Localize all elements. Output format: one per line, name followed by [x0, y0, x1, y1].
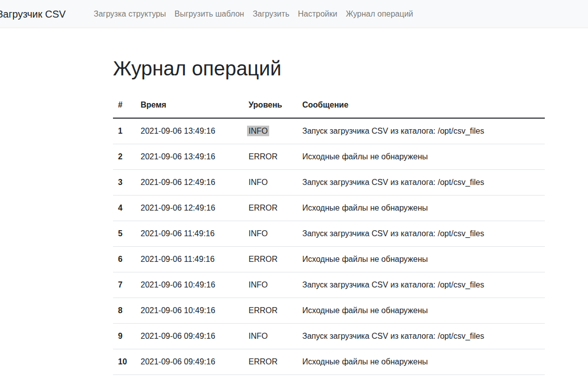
cell-message: Запуск загрузчика CSV из каталога: /opt/… — [297, 170, 545, 196]
cell-level: INFO — [244, 118, 297, 144]
cell-time: 2021-09-06 10:49:16 — [136, 272, 244, 298]
nav-item-structure-load[interactable]: Загрузка структуры — [89, 6, 170, 23]
table-row: 9 2021-09-06 09:49:16 INFO Запуск загруз… — [113, 324, 545, 349]
row-number: 5 — [113, 221, 136, 247]
nav-item-export-template[interactable]: Выгрузить шаблон — [170, 6, 249, 23]
row-number: 7 — [113, 272, 136, 298]
level-text: ERROR — [249, 357, 278, 366]
table-row: 10 2021-09-06 09:49:16 ERROR Исходные фа… — [113, 349, 545, 375]
row-number: 6 — [113, 247, 136, 272]
row-number: 1 — [113, 118, 136, 144]
cell-message: Запуск загрузчика CSV из каталога: /opt/… — [297, 272, 545, 298]
row-number: 10 — [113, 349, 136, 375]
cell-message: Запуск загрузчика CSV из каталога: /opt/… — [297, 324, 545, 349]
log-table: # Время Уровень Сообщение 1 2021-09-06 1… — [113, 92, 545, 375]
cell-time: 2021-09-06 09:49:16 — [136, 324, 244, 349]
page-title: Журнал операций — [113, 56, 545, 80]
cell-time: 2021-09-06 13:49:16 — [136, 144, 244, 170]
level-text: INFO — [249, 229, 268, 238]
cell-time: 2021-09-06 11:49:16 — [136, 221, 244, 247]
row-number: 3 — [113, 170, 136, 196]
table-row: 2 2021-09-06 13:49:16 ERROR Исходные фай… — [113, 144, 545, 170]
cell-level: INFO — [244, 324, 297, 349]
row-number: 4 — [113, 196, 136, 221]
cell-time: 2021-09-06 12:49:16 — [136, 170, 244, 196]
nav-item-settings[interactable]: Настройки — [294, 6, 341, 23]
navbar-brand[interactable]: Загрузчик CSV — [0, 0, 66, 28]
column-header-number: # — [113, 92, 136, 118]
cell-level: INFO — [244, 272, 297, 298]
cell-level: INFO — [244, 170, 297, 196]
column-header-level: Уровень — [244, 92, 297, 118]
table-row: 1 2021-09-06 13:49:16 INFO Запуск загруз… — [113, 118, 545, 144]
cell-message: Исходные файлы не обнаружены — [297, 196, 545, 221]
level-text: INFO — [247, 126, 269, 136]
main-content: Журнал операций # Время Уровень Сообщени… — [113, 56, 545, 375]
column-header-time: Время — [136, 92, 244, 118]
cell-level: ERROR — [244, 196, 297, 221]
navbar-menu: Загрузка структуры Выгрузить шаблон Загр… — [89, 0, 417, 28]
cell-level: ERROR — [244, 144, 297, 170]
cell-level: INFO — [244, 221, 297, 247]
cell-time: 2021-09-06 09:49:16 — [136, 349, 244, 375]
table-row: 7 2021-09-06 10:49:16 INFO Запуск загруз… — [113, 272, 545, 298]
cell-message: Исходные файлы не обнаружены — [297, 144, 545, 170]
level-text: INFO — [249, 280, 268, 289]
table-row: 3 2021-09-06 12:49:16 INFO Запуск загруз… — [113, 170, 545, 196]
cell-level: ERROR — [244, 349, 297, 375]
nav-item-operations-log[interactable]: Журнал операций — [341, 6, 417, 23]
cell-time: 2021-09-06 10:49:16 — [136, 298, 244, 324]
cell-message: Исходные файлы не обнаружены — [297, 247, 545, 272]
level-text: INFO — [249, 178, 268, 186]
level-text: ERROR — [249, 255, 278, 263]
cell-message: Запуск загрузчика CSV из каталога: /opt/… — [297, 221, 545, 247]
level-text: INFO — [249, 332, 268, 340]
row-number: 9 — [113, 324, 136, 349]
cell-level: ERROR — [244, 298, 297, 324]
level-text: ERROR — [249, 204, 278, 212]
cell-level: ERROR — [244, 247, 297, 272]
nav-item-upload[interactable]: Загрузить — [249, 6, 294, 23]
log-table-header: # Время Уровень Сообщение — [113, 92, 545, 118]
level-text: ERROR — [249, 306, 278, 315]
cell-message: Запуск загрузчика CSV из каталога: /opt/… — [297, 118, 545, 144]
cell-message: Исходные файлы не обнаружены — [297, 349, 545, 375]
cell-message: Исходные файлы не обнаружены — [297, 298, 545, 324]
table-row: 5 2021-09-06 11:49:16 INFO Запуск загруз… — [113, 221, 545, 247]
cell-time: 2021-09-06 11:49:16 — [136, 247, 244, 272]
cell-time: 2021-09-06 12:49:16 — [136, 196, 244, 221]
row-number: 8 — [113, 298, 136, 324]
cell-time: 2021-09-06 13:49:16 — [136, 118, 244, 144]
navbar: Загрузчик CSV Загрузка структуры Выгрузи… — [0, 0, 588, 28]
row-number: 2 — [113, 144, 136, 170]
level-text: ERROR — [249, 152, 278, 161]
column-header-message: Сообщение — [297, 92, 545, 118]
table-row: 6 2021-09-06 11:49:16 ERROR Исходные фай… — [113, 247, 545, 272]
log-table-body: 1 2021-09-06 13:49:16 INFO Запуск загруз… — [113, 118, 545, 375]
table-row: 8 2021-09-06 10:49:16 ERROR Исходные фай… — [113, 298, 545, 324]
table-row: 4 2021-09-06 12:49:16 ERROR Исходные фай… — [113, 196, 545, 221]
